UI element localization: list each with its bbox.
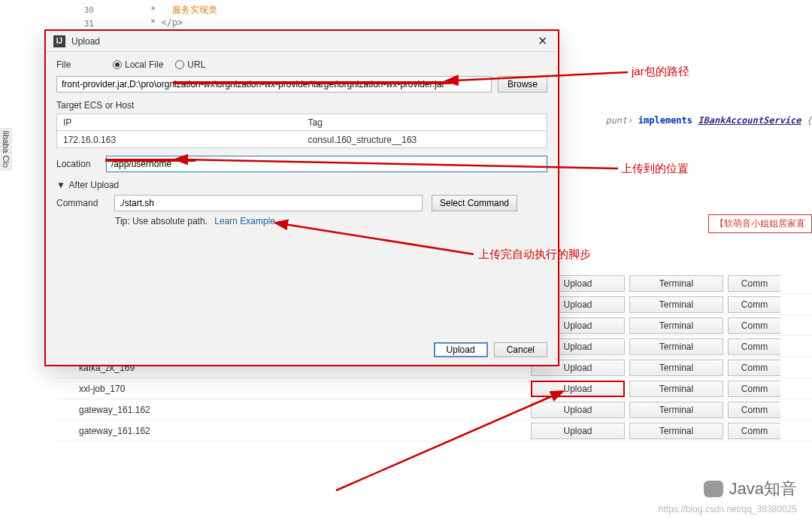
command-button[interactable]: Comm	[728, 381, 780, 397]
command-label: Command	[56, 198, 105, 208]
notice-banner[interactable]: 【软萌音小姐姐居家直	[708, 214, 812, 233]
terminal-button[interactable]: Terminal	[629, 275, 723, 292]
host-name: xxl-job_170	[56, 384, 526, 394]
command-button[interactable]: Comm	[728, 296, 780, 313]
terminal-button[interactable]: Terminal	[629, 360, 723, 376]
after-upload-label: After Upload	[69, 180, 120, 190]
terminal-button[interactable]: Terminal	[629, 423, 723, 439]
watermark: Java知音	[704, 478, 797, 500]
terminal-button[interactable]: Terminal	[629, 381, 723, 397]
file-path-input[interactable]	[56, 76, 492, 93]
cancel-button[interactable]: Cancel	[494, 342, 547, 357]
upload-button[interactable]: Upload	[531, 423, 625, 439]
upload-button[interactable]: Upload	[531, 381, 625, 397]
command-button[interactable]: Comm	[728, 360, 780, 376]
host-name: gateway_161.162	[56, 405, 526, 415]
select-command-button[interactable]: Select Command	[432, 195, 517, 211]
table-row[interactable]: 172.16.0.163 consul.160_structure__163	[57, 131, 547, 147]
annotation-jar-path: jar包的路径	[632, 65, 689, 79]
upload-confirm-button[interactable]: Upload	[434, 342, 488, 357]
code-comment: 服务实现类	[172, 5, 217, 15]
col-tag: Tag	[302, 117, 547, 128]
radio-icon	[113, 60, 122, 69]
command-button[interactable]: Comm	[728, 317, 780, 334]
command-button[interactable]: Comm	[728, 402, 780, 418]
chat-icon	[704, 481, 723, 497]
sidebar-tab[interactable]: libaba Clo	[0, 128, 12, 171]
close-icon[interactable]: ✕	[535, 34, 550, 48]
credit-text: https://blog.csdn.net/qq_38380025	[659, 504, 797, 514]
tip-text: Tip: Use absolute path.	[115, 216, 208, 226]
app-icon: IJ	[53, 35, 65, 47]
location-input[interactable]	[106, 156, 547, 172]
terminal-button[interactable]: Terminal	[629, 317, 723, 334]
line-number: 30	[79, 4, 94, 17]
command-button[interactable]: Comm	[728, 338, 780, 355]
terminal-button[interactable]: Terminal	[629, 296, 723, 313]
upload-button[interactable]: Upload	[531, 402, 625, 418]
annotation-post-script: 上传完自动执行的脚步	[478, 247, 591, 262]
location-label: Location	[56, 159, 100, 169]
terminal-button[interactable]: Terminal	[629, 402, 723, 418]
browse-button[interactable]: Browse	[498, 76, 547, 93]
radio-local-file[interactable]: Local File	[113, 59, 163, 70]
file-label: File	[56, 59, 113, 70]
radio-icon	[175, 60, 184, 69]
col-ip: IP	[57, 117, 302, 128]
command-button[interactable]: Comm	[728, 423, 780, 439]
titlebar[interactable]: IJ Upload ✕	[46, 31, 558, 52]
caret-icon[interactable]: ▼	[56, 180, 65, 190]
radio-url[interactable]: URL	[175, 59, 205, 70]
dialog-title: Upload	[71, 36, 535, 47]
host-target-table: IP Tag 172.16.0.163 consul.160_structure…	[56, 114, 547, 148]
upload-dialog: IJ Upload ✕ File Local File URL Browse T…	[44, 29, 559, 366]
command-button[interactable]: Comm	[728, 275, 780, 292]
annotation-upload-location: 上传到的位置	[621, 162, 689, 176]
host-name: gateway_161.162	[56, 426, 526, 436]
learn-example-link[interactable]: Learn Example	[214, 216, 275, 226]
command-input[interactable]	[114, 195, 423, 211]
code-line: * </p>	[150, 17, 183, 28]
target-host-label: Target ECS or Host	[56, 100, 547, 111]
terminal-button[interactable]: Terminal	[629, 338, 723, 355]
